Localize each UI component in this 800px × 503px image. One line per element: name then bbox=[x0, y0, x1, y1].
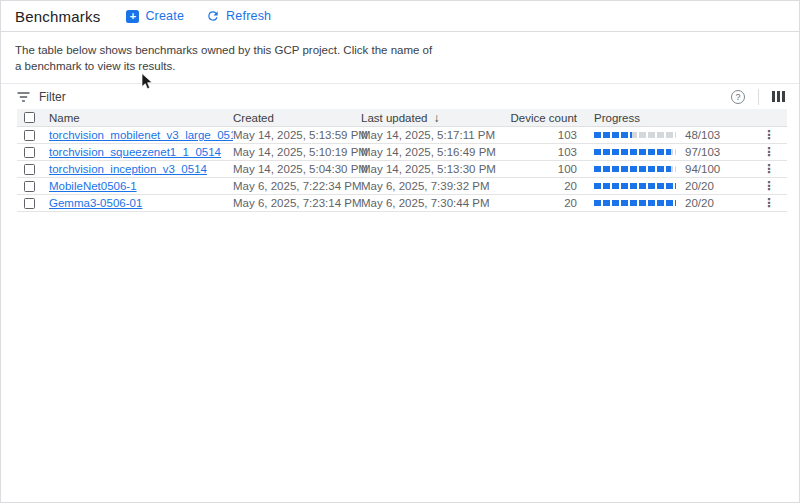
row-actions-menu-icon[interactable]: ⋮ bbox=[763, 128, 775, 142]
column-display-icon[interactable] bbox=[772, 91, 785, 102]
create-button[interactable]: + Create bbox=[126, 9, 184, 23]
progress-fill bbox=[594, 200, 676, 206]
row-actions-menu-icon[interactable]: ⋮ bbox=[763, 145, 775, 159]
progress-fraction: 94/100 bbox=[685, 163, 720, 175]
table-row: torchvision_squeezenet1_1_0514 May 14, 2… bbox=[17, 144, 787, 161]
benchmark-name-cell: MobileNet0506-1 bbox=[49, 180, 233, 192]
benchmark-name-link[interactable]: torchvision_squeezenet1_1_0514 bbox=[49, 146, 221, 158]
column-header-last-updated[interactable]: Last updated ↓ bbox=[361, 111, 507, 125]
sort-descending-icon: ↓ bbox=[434, 111, 440, 125]
created-cell: May 14, 2025, 5:04:30 PM bbox=[233, 163, 361, 175]
progress-fraction: 97/103 bbox=[685, 146, 720, 158]
progress-fraction: 20/20 bbox=[685, 180, 714, 192]
benchmark-name-link[interactable]: MobileNet0506-1 bbox=[49, 180, 137, 192]
column-header-progress[interactable]: Progress bbox=[577, 112, 751, 124]
description-line-1: The table below shows benchmarks owned b… bbox=[15, 42, 785, 58]
progress-fill bbox=[594, 132, 632, 138]
benchmark-name-link[interactable]: torchvision_inception_v3_0514 bbox=[49, 163, 207, 175]
benchmark-name-cell: Gemma3-0506-01 bbox=[49, 197, 233, 209]
created-cell: May 6, 2025, 7:22:34 PM bbox=[233, 180, 361, 192]
table-row: Gemma3-0506-01 May 6, 2025, 7:23:14 PM M… bbox=[17, 195, 787, 212]
progress-bar bbox=[594, 200, 676, 206]
row-actions-menu-icon[interactable]: ⋮ bbox=[763, 162, 775, 176]
title-bar: Benchmarks + Create Refresh bbox=[1, 1, 799, 32]
progress-fraction: 20/20 bbox=[685, 197, 714, 209]
row-menu-cell: ⋮ bbox=[751, 197, 787, 209]
row-menu-cell: ⋮ bbox=[751, 180, 787, 192]
filter-icon bbox=[17, 92, 30, 102]
benchmark-name-link[interactable]: torchvision_mobilenet_v3_large_0514 bbox=[49, 129, 233, 141]
page-title: Benchmarks bbox=[15, 8, 100, 25]
device-count-cell: 103 bbox=[507, 129, 577, 141]
column-header-last-updated-label: Last updated bbox=[361, 112, 428, 124]
row-checkbox-cell bbox=[17, 164, 49, 175]
column-header-created[interactable]: Created bbox=[233, 112, 361, 124]
progress-cell: 97/103 bbox=[577, 146, 751, 158]
column-header-device-count[interactable]: Device count bbox=[507, 112, 577, 124]
table-row: torchvision_inception_v3_0514 May 14, 20… bbox=[17, 161, 787, 178]
last-updated-cell: May 14, 2025, 5:16:49 PM bbox=[361, 146, 507, 158]
progress-cell: 48/103 bbox=[577, 129, 751, 141]
created-cell: May 14, 2025, 5:10:19 PM bbox=[233, 146, 361, 158]
benchmark-name-cell: torchvision_squeezenet1_1_0514 bbox=[49, 146, 233, 158]
benchmarks-table: Name Created Last updated ↓ Device count… bbox=[17, 109, 787, 212]
table-toolbar: Filter ? bbox=[1, 83, 799, 109]
device-count-cell: 100 bbox=[507, 163, 577, 175]
table-header-row: Name Created Last updated ↓ Device count… bbox=[17, 109, 787, 127]
table-row: MobileNet0506-1 May 6, 2025, 7:22:34 PM … bbox=[17, 178, 787, 195]
last-updated-cell: May 14, 2025, 5:13:30 PM bbox=[361, 163, 507, 175]
progress-fill bbox=[594, 149, 671, 155]
progress-fill bbox=[594, 183, 676, 189]
row-checkbox-cell bbox=[17, 147, 49, 158]
row-checkbox-cell bbox=[17, 181, 49, 192]
last-updated-cell: May 14, 2025, 5:17:11 PM bbox=[361, 129, 507, 141]
filter-button[interactable]: Filter bbox=[17, 90, 66, 104]
benchmark-name-cell: torchvision_inception_v3_0514 bbox=[49, 163, 233, 175]
row-checkbox-cell bbox=[17, 198, 49, 209]
table-body: torchvision_mobilenet_v3_large_0514 May … bbox=[17, 127, 787, 212]
header-checkbox-cell bbox=[17, 112, 49, 123]
row-actions-menu-icon[interactable]: ⋮ bbox=[763, 179, 775, 193]
progress-fraction: 48/103 bbox=[685, 129, 720, 141]
refresh-button[interactable]: Refresh bbox=[206, 9, 271, 23]
progress-cell: 20/20 bbox=[577, 180, 751, 192]
select-all-checkbox[interactable] bbox=[24, 112, 35, 123]
device-count-cell: 20 bbox=[507, 197, 577, 209]
benchmark-name-cell: torchvision_mobilenet_v3_large_0514 bbox=[49, 129, 233, 141]
last-updated-cell: May 6, 2025, 7:30:44 PM bbox=[361, 197, 507, 209]
row-checkbox[interactable] bbox=[24, 198, 35, 209]
row-actions-menu-icon[interactable]: ⋮ bbox=[763, 196, 775, 210]
progress-bar bbox=[594, 166, 676, 172]
refresh-icon bbox=[206, 9, 220, 23]
row-menu-cell: ⋮ bbox=[751, 163, 787, 175]
progress-cell: 20/20 bbox=[577, 197, 751, 209]
row-checkbox[interactable] bbox=[24, 147, 35, 158]
plus-icon: + bbox=[126, 10, 139, 23]
toolbar-right-icons: ? bbox=[731, 89, 785, 105]
refresh-button-label: Refresh bbox=[226, 9, 271, 23]
row-checkbox[interactable] bbox=[24, 181, 35, 192]
progress-bar bbox=[594, 132, 676, 138]
row-checkbox-cell bbox=[17, 130, 49, 141]
progress-bar bbox=[594, 183, 676, 189]
help-icon[interactable]: ? bbox=[731, 90, 745, 104]
row-checkbox[interactable] bbox=[24, 164, 35, 175]
created-cell: May 6, 2025, 7:23:14 PM bbox=[233, 197, 361, 209]
benchmarks-page: Benchmarks + Create Refresh The table be… bbox=[0, 0, 800, 503]
progress-cell: 94/100 bbox=[577, 163, 751, 175]
description-line-2: a benchmark to view its results. bbox=[15, 58, 785, 74]
row-menu-cell: ⋮ bbox=[751, 129, 787, 141]
created-cell: May 14, 2025, 5:13:59 PM bbox=[233, 129, 361, 141]
device-count-cell: 20 bbox=[507, 180, 577, 192]
toolbar-divider bbox=[758, 89, 759, 105]
progress-bar bbox=[594, 149, 676, 155]
device-count-cell: 103 bbox=[507, 146, 577, 158]
row-checkbox[interactable] bbox=[24, 130, 35, 141]
column-header-name[interactable]: Name bbox=[49, 112, 233, 124]
filter-label: Filter bbox=[39, 90, 66, 104]
last-updated-cell: May 6, 2025, 7:39:32 PM bbox=[361, 180, 507, 192]
progress-fill bbox=[594, 166, 671, 172]
create-button-label: Create bbox=[145, 9, 184, 23]
benchmark-name-link[interactable]: Gemma3-0506-01 bbox=[49, 197, 142, 209]
row-menu-cell: ⋮ bbox=[751, 146, 787, 158]
